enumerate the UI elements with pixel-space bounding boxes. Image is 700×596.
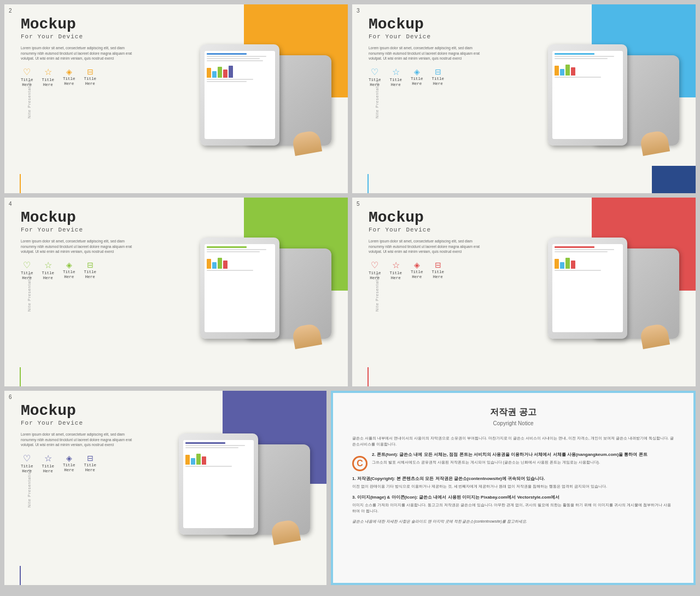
tablet-img-4 [195, 238, 337, 347]
screen-chart-4 [207, 255, 273, 269]
icon-label-6-4: TitleHere [84, 463, 97, 473]
screen-line-5a [555, 249, 614, 250]
screen-chart-2 [207, 64, 273, 78]
tablet-screen-2 [205, 51, 275, 139]
screen-line-4b [207, 251, 260, 252]
chart-bar-4-2 [212, 262, 217, 269]
icon-item-4-1: ♡ TitleHere [21, 261, 33, 281]
screen-chart-3 [555, 62, 621, 76]
book-icon-1: ⊟ [87, 68, 94, 76]
tablet-front-3 [548, 44, 627, 146]
slide-5: 5 Nite Presentation Mockup For Your Devi… [352, 198, 696, 386]
copyright-section-2-title: 2. 폰트(font): 글쓴소 내에 모든 서체는, 점점 폰트는 서비치의 … [352, 452, 674, 458]
copyright-title: 저작권 공고 [352, 407, 674, 418]
chart-bar-5-4 [571, 261, 575, 269]
bottom-line-4 [20, 367, 21, 386]
chart-bar-3-4 [571, 67, 575, 76]
tablet-img-6 [173, 433, 316, 543]
screen-line-5c [555, 270, 601, 271]
slide-4-subtitle: For Your Device [21, 227, 141, 233]
layers-icon-5: ◈ [414, 261, 420, 269]
slide-2-icons: ♡ TitleHere ☆ TitleHere ◈ TitleHere ⊟ Ti… [21, 68, 141, 88]
heart-icon-3: ♡ [371, 68, 378, 77]
slide-4-content: Mockup For Your Device Lorem ipsum dolor… [4, 198, 152, 289]
copyright-section-3-text: 이미지 소스를 가져와 이미지를 사용합니다. 동고고의 저작권은 글쓴소에 있… [352, 502, 674, 514]
screen-bar-4 [207, 246, 247, 248]
chart-bar-5-2 [560, 262, 564, 269]
row-2: 4 Nite Presentation Mockup For Your Devi… [4, 198, 696, 386]
tablet-area-3 [532, 4, 696, 193]
screen-bar-6 [185, 442, 225, 444]
icon-item-3-4: ⊟ TitleHere [432, 68, 445, 88]
slide-2-subtitle: For Your Device [21, 33, 141, 40]
chart-bar-4 [223, 70, 228, 78]
screen-bar-3 [555, 53, 594, 55]
screen-line-3a [555, 56, 614, 57]
icon-item-6-4: ⊟ TitleHere [84, 454, 97, 474]
tablet-img-5 [542, 238, 685, 347]
tablet-front-2 [200, 44, 279, 146]
row-1: 2 Nite Presentation Mockup For Your Devi… [4, 4, 696, 193]
icon-item-5-2: ☆ TitleHere [390, 261, 402, 281]
icon-label-1: TitleHere [21, 78, 33, 88]
heart-icon-5: ♡ [371, 261, 378, 270]
screen-line-4a [207, 249, 266, 250]
copyright-section-1: 1. 저작권(Copyright): 본 콘텐츠소의 모든 저작권은 글쓴소(c… [352, 476, 674, 489]
icon-item-4-2: ☆ TitleHere [42, 261, 55, 281]
slide-4-icons: ♡ TitleHere ☆ TitleHere ◈ TitleHere ⊟ Ti… [21, 261, 141, 281]
book-icon-3: ⊟ [435, 68, 441, 76]
icon-item-6-2: ☆ TitleHere [42, 454, 55, 474]
icon-label-5-3: TitleHere [411, 270, 423, 280]
chart-bar-3-3 [565, 65, 570, 76]
copyright-section-3-title: 3. 이미지(Image) & 아이콘(Icon): 글쓴소 내에서 사용된 이… [352, 494, 674, 500]
icon-label-3: TitleHere [63, 77, 75, 86]
screen-content-5 [552, 244, 623, 332]
layers-icon-6: ◈ [66, 454, 72, 462]
copyright-c-section: C 2. 폰트(font): 글쓴소 내에 모든 서체는, 점점 폰트는 서비치… [352, 452, 674, 476]
slide-2-content: Mockup For Your Device Lorem ipsum dolor… [4, 4, 152, 96]
slide-3-icons: ♡ TitleHere ☆ TitleHere ◈ TitleHere ⊟ Ti… [369, 68, 489, 88]
copyright-footer: 글쓴소 내용에 대한 자세한 사항은 슬라이드 맨 마지막 곳에 적힌 글쓴소(… [352, 518, 674, 524]
icon-item-2: ☆ TitleHere [42, 68, 55, 88]
slide-5-content: Mockup For Your Device Lorem ipsum dolor… [352, 198, 500, 289]
copyright-c-logo: C [352, 456, 368, 471]
bottom-line-3 [368, 174, 369, 193]
screen-line-2 [207, 58, 260, 59]
screen-chart-6 [185, 451, 252, 465]
slide-2-lorem: Lorem ipsum dolor sit amet, consectetuer… [21, 45, 141, 61]
slide-3-subtitle: For Your Device [369, 33, 489, 40]
copyright-section-2: 2. 폰트(font): 글쓴소 내에 모든 서체는, 점점 폰트는 서비치의 … [352, 452, 674, 465]
screen-line-6a [185, 445, 245, 446]
icon-item-3: ◈ TitleHere [63, 68, 75, 88]
icon-label-5-1: TitleHere [369, 271, 381, 281]
screen-line-4c [207, 270, 253, 271]
slide-5-lorem: Lorem ipsum dolor sit amet, consectetuer… [369, 239, 489, 254]
chart-bar-6-3 [196, 454, 201, 465]
slide-3-title: Mockup [369, 16, 489, 33]
screen-line-1 [207, 56, 266, 57]
icon-item-5-1: ♡ TitleHere [369, 261, 381, 281]
icon-label-4-1: TitleHere [21, 271, 33, 281]
icon-label-4: TitleHere [84, 77, 97, 86]
slide-5-title: Mockup [369, 210, 489, 227]
slide-4: 4 Nite Presentation Mockup For Your Devi… [4, 198, 348, 386]
tablet-area-5 [532, 198, 696, 386]
heart-icon-6: ♡ [23, 454, 31, 463]
icon-item-4-4: ⊟ TitleHere [84, 261, 97, 281]
screen-chart-5 [555, 255, 621, 269]
chart-bar-3-2 [560, 69, 564, 76]
layers-icon-1: ◈ [66, 68, 72, 76]
chart-bar-4-3 [218, 258, 222, 269]
icon-item-3-3: ◈ TitleHere [411, 68, 423, 88]
slide-3: 3 Nite Presentation Mockup For Your Devi… [352, 4, 696, 193]
tablet-img-2 [195, 44, 337, 154]
chart-bar-5-3 [565, 258, 570, 269]
bottom-line-6 [20, 566, 21, 585]
heart-icon-4: ♡ [23, 261, 31, 270]
icon-label-3-2: TitleHere [390, 78, 402, 88]
screen-line-6c [185, 466, 232, 467]
screen-line-3c [555, 77, 601, 78]
slide-4-title: Mockup [21, 210, 141, 227]
slide-6: 6 Nite Presentation Mockup For Your Devi… [4, 391, 326, 585]
screen-line-4 [207, 79, 253, 80]
